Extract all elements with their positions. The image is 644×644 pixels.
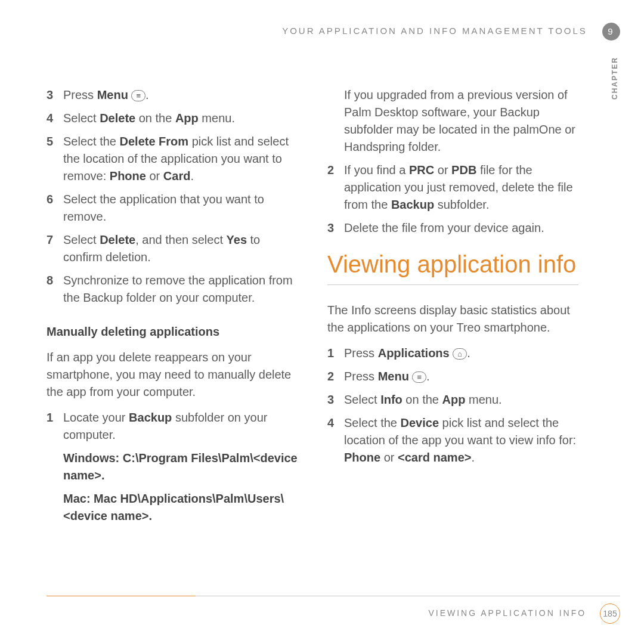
step-number: 6 xyxy=(47,191,63,225)
bold-term: Applications xyxy=(378,346,450,360)
footer-text: VIEWING APPLICATION INFO xyxy=(428,608,586,618)
bold-term: Delete From xyxy=(120,135,189,148)
bold-term: App xyxy=(442,393,466,406)
key-icon: ≡ xyxy=(131,90,145,101)
bold-term: Menu xyxy=(378,370,409,383)
step-number: 2 xyxy=(327,162,344,213)
list-item: 3 Press Menu ≡. xyxy=(47,86,298,104)
step-body: Select Delete on the App menu. xyxy=(63,110,298,127)
bold-term: App xyxy=(175,112,199,125)
bold-term: Card xyxy=(163,169,191,182)
step-body: Select Delete, and then select Yes to co… xyxy=(63,231,298,266)
list-item: 2 Press Menu ≡. xyxy=(327,368,578,385)
step-body: Press Menu ≡. xyxy=(63,86,298,104)
step-body: Synchronize to remove the application fr… xyxy=(63,272,298,306)
step-text: Delete the file from your device again. xyxy=(344,221,544,234)
right-column: If you upgraded from a previous version … xyxy=(327,86,578,644)
step-text: Synchronize to remove the application fr… xyxy=(63,274,293,304)
step-number: 5 xyxy=(47,133,63,185)
step-number: 3 xyxy=(327,219,344,237)
section-rule xyxy=(327,284,578,285)
section-title: Viewing application info xyxy=(327,250,578,278)
step-number: 2 xyxy=(327,368,344,385)
step-body: Delete the file from your device again. xyxy=(344,219,578,237)
step-number: 7 xyxy=(47,231,63,266)
bold-term: <card name> xyxy=(398,451,471,464)
list-item: 1 Press Applications ⌂. xyxy=(327,345,578,362)
paragraph: If an app you delete reappears on your s… xyxy=(47,349,298,401)
step-body: Press Applications ⌂. xyxy=(344,345,578,362)
chapter-label: CHAPTER xyxy=(611,57,619,100)
list-item: 5 Select the Delete From pick list and s… xyxy=(47,133,298,185)
step-number: 4 xyxy=(47,110,63,127)
header-title: YOUR APPLICATION AND INFO MANAGEMENT TOO… xyxy=(282,26,587,36)
left-column: 3 Press Menu ≡. 4 Select Delete on the A… xyxy=(47,86,298,644)
page-number-badge: 185 xyxy=(600,603,620,624)
step-text: Select the application that you want to … xyxy=(63,193,264,223)
list-item: 4 Select Delete on the App menu. xyxy=(47,110,298,127)
step-number: 8 xyxy=(47,272,63,306)
list-item: 2 If you find a PRC or PDB file for the … xyxy=(327,162,578,213)
key-icon: ⌂ xyxy=(453,348,467,360)
content-area: 3 Press Menu ≡. 4 Select Delete on the A… xyxy=(47,86,578,644)
bold-term: Backup xyxy=(129,411,172,424)
bold-term: Backup xyxy=(391,198,434,211)
footer-accent-line xyxy=(47,596,196,596)
step-body: Select the Delete From pick list and sel… xyxy=(63,133,298,185)
bold-term: Menu xyxy=(97,88,128,101)
page-header: YOUR APPLICATION AND INFO MANAGEMENT TOO… xyxy=(0,23,620,41)
step-body: Select the application that you want to … xyxy=(63,191,298,225)
bold-term: PRC xyxy=(409,163,434,177)
step-body: Select Info on the App menu. xyxy=(344,391,578,408)
paragraph: The Info screens display basic statistic… xyxy=(327,302,578,336)
step-number: 1 xyxy=(327,345,344,362)
list-item: 7 Select Delete, and then select Yes to … xyxy=(47,231,298,266)
list-item: 8 Synchronize to remove the application … xyxy=(47,272,298,306)
bold-term: Delete xyxy=(100,233,135,246)
step-body: Select the Device pick list and select t… xyxy=(344,414,578,466)
list-item: 1 Locate your Backup subfolder on your c… xyxy=(47,409,298,444)
bold-term: Info xyxy=(380,393,402,406)
bold-term: Phone xyxy=(110,169,146,182)
bold-term: PDB xyxy=(451,163,476,177)
step-number: 4 xyxy=(327,414,344,466)
chapter-number-badge: 9 xyxy=(602,23,620,41)
key-icon: ≡ xyxy=(412,371,426,383)
step-number: 1 xyxy=(47,409,63,444)
list-item: 3 Select Info on the App menu. xyxy=(327,391,578,408)
bold-term: Delete xyxy=(100,112,135,125)
bold-term: Device xyxy=(401,416,439,429)
mac-path: Mac: Mac HD\Applications\Palm\Users\<dev… xyxy=(63,490,298,525)
bold-term: Yes xyxy=(227,233,247,246)
windows-path: Windows: C:\Program Files\Palm\<device n… xyxy=(63,450,298,484)
bold-term: Phone xyxy=(344,451,380,464)
paragraph: If you upgraded from a previous version … xyxy=(344,86,578,156)
list-item: 3 Delete the file from your device again… xyxy=(327,219,578,237)
list-item: 4 Select the Device pick list and select… xyxy=(327,414,578,466)
step-number: 3 xyxy=(327,391,344,408)
step-number: 3 xyxy=(47,86,63,104)
list-item: 6 Select the application that you want t… xyxy=(47,191,298,225)
page-footer: VIEWING APPLICATION INFO 185 xyxy=(47,596,620,624)
step-body: Locate your Backup subfolder on your com… xyxy=(63,409,298,444)
step-body: If you find a PRC or PDB file for the ap… xyxy=(344,162,578,213)
step-body: Press Menu ≡. xyxy=(344,368,578,385)
subsection-heading: Manually deleting applications xyxy=(47,323,298,340)
